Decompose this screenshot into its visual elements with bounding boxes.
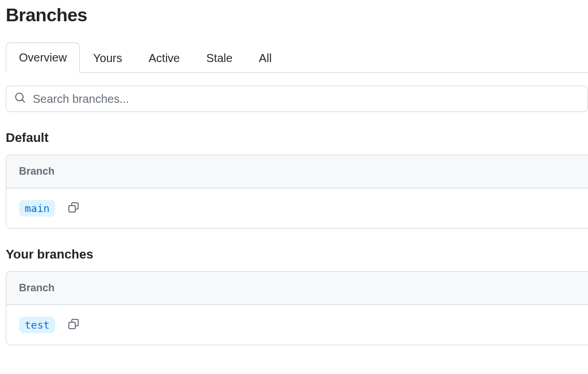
search-container — [6, 86, 588, 112]
search-input[interactable] — [33, 92, 579, 106]
table-header-branch: Branch — [6, 272, 588, 305]
branch-link-main[interactable]: main — [19, 200, 55, 217]
branch-tabs: Overview Yours Active Stale All — [6, 42, 588, 73]
tab-yours[interactable]: Yours — [80, 43, 135, 73]
section-title-default: Default — [6, 130, 588, 145]
tab-stale[interactable]: Stale — [193, 43, 246, 73]
svg-rect-3 — [69, 322, 75, 329]
search-box[interactable] — [6, 86, 588, 112]
your-branches-table: Branch test — [6, 271, 588, 345]
tab-overview[interactable]: Overview — [6, 43, 80, 73]
copy-icon — [68, 318, 79, 331]
copy-branch-button[interactable] — [67, 201, 80, 216]
table-row: main — [6, 188, 588, 228]
section-title-your-branches: Your branches — [6, 247, 588, 262]
table-row: test — [6, 305, 588, 345]
copy-icon — [68, 202, 79, 215]
branch-link-test[interactable]: test — [19, 317, 55, 333]
copy-branch-button[interactable] — [67, 317, 80, 333]
tab-active[interactable]: Active — [136, 43, 193, 73]
page-title: Branches — [6, 0, 588, 42]
search-icon — [14, 92, 26, 106]
tab-all[interactable]: All — [246, 43, 285, 73]
table-header-branch: Branch — [6, 155, 588, 188]
default-branch-table: Branch main — [6, 155, 588, 229]
svg-rect-1 — [69, 206, 75, 212]
